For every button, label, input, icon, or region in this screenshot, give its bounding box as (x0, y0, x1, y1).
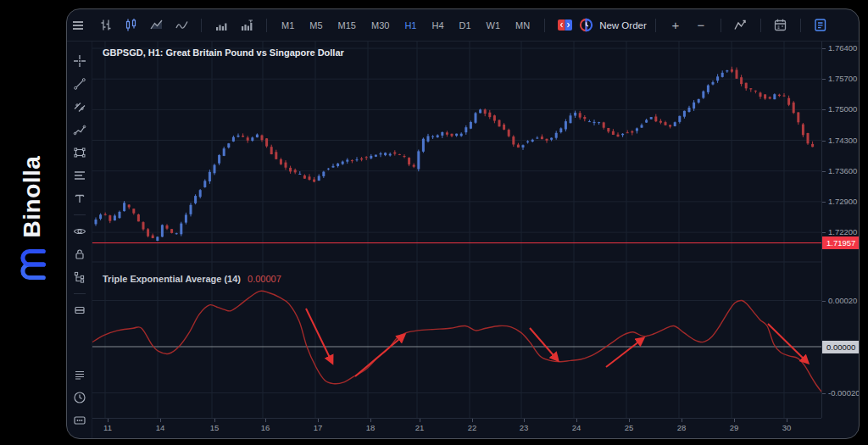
time-tick-mark (629, 419, 630, 422)
time-tick-mark (214, 419, 215, 422)
price-chart-svg[interactable] (92, 42, 821, 418)
trend-line-icon[interactable] (70, 75, 89, 93)
timeframe-group: M1 M5 M15 M30 H1 H4 D1 W1 MN (270, 17, 541, 34)
chart-type-group (89, 14, 198, 36)
time-tick-mark (370, 419, 371, 422)
buy-sell-icon[interactable] (554, 14, 576, 36)
price-tick-label: 1.73600 (822, 166, 860, 175)
price-tick-label: 1.74300 (822, 136, 860, 145)
time-tick-mark (420, 419, 420, 422)
time-tick-mark (576, 419, 577, 422)
remove-drawings-icon[interactable] (70, 301, 89, 320)
indicator-zero-tag: 0.00000 (822, 341, 860, 353)
objects-list-icon[interactable] (70, 365, 89, 384)
time-tick-label: 24 (563, 423, 590, 432)
indicators-icon[interactable] (730, 14, 752, 36)
parallel-channel-icon[interactable] (70, 97, 89, 116)
app-window: { "brand": {"name": "Binolla"}, "toolbar… (0, 0, 868, 445)
toolbar-separator (800, 19, 801, 32)
text-tool-icon[interactable] (70, 189, 89, 208)
timeframe-h1[interactable]: H1 (398, 17, 422, 34)
volume-group (205, 14, 263, 36)
timeframe-h4[interactable]: H4 (426, 17, 449, 34)
time-tick-mark (265, 419, 266, 422)
time-tick-mark (682, 419, 682, 422)
timeframe-d1[interactable]: D1 (453, 17, 477, 34)
price-tick-label: 1.75700 (822, 74, 860, 83)
time-tick-mark (160, 419, 161, 422)
shape-rectangle-icon[interactable] (70, 143, 89, 162)
chart-title: GBPSGD, H1: Great Britain Pound vs Singa… (103, 47, 344, 58)
zoom-out-icon[interactable]: − (690, 14, 712, 36)
time-tick-label: 17 (304, 423, 331, 432)
brand: Binolla (14, 134, 51, 303)
time-tick-mark (524, 419, 525, 422)
hotkeys-box-icon[interactable] (70, 411, 89, 430)
price-tick-label: 1.75000 (822, 104, 860, 114)
toolbar-separator (721, 19, 721, 32)
time-tick-label: 15 (201, 423, 228, 432)
time-tick-mark (734, 419, 735, 422)
time-axis[interactable]: 1114151617182122232425282930 (92, 418, 821, 438)
time-tick-label: 22 (459, 423, 486, 432)
polyline-icon[interactable] (70, 120, 89, 139)
volume-icon[interactable] (210, 14, 232, 36)
time-tick-label: 14 (147, 423, 174, 432)
time-tick-mark (318, 419, 319, 422)
toolbar-separator (266, 19, 267, 32)
timeframe-m5[interactable]: M5 (303, 17, 328, 34)
time-tick-mark (108, 419, 108, 422)
price-tick-label: 1.72900 (822, 197, 860, 206)
fib-lines-icon[interactable] (70, 166, 89, 185)
toolbar: M1 M5 M15 M30 H1 H4 D1 W1 MN (67, 9, 859, 42)
new-order-label: New Order (599, 20, 647, 31)
drawing-sidebar (67, 42, 92, 438)
menu-icon[interactable] (67, 14, 89, 36)
indicator-title: Triple Exponential Average (14)0.00007 (103, 274, 281, 284)
time-tick-label: 29 (721, 423, 748, 432)
line-chart-icon[interactable] (170, 14, 192, 36)
crosshair-icon[interactable] (70, 52, 89, 70)
pending-order-clock-icon (579, 18, 593, 32)
time-tick-label: 23 (510, 423, 537, 432)
indicator-value: 0.00007 (248, 274, 281, 284)
timeframe-m30[interactable]: M30 (365, 17, 395, 34)
time-tick-mark (472, 419, 473, 422)
indicator-tick-label: 0.00020 (822, 296, 860, 305)
time-tick-label: 16 (252, 423, 279, 432)
calendar-icon[interactable] (770, 14, 792, 36)
volume-profile-icon[interactable] (236, 14, 258, 36)
bars-chart-icon[interactable] (94, 14, 116, 36)
price-axis[interactable]: 1.71957 0.00000 1.764001.757001.750001.7… (821, 42, 860, 418)
timeframe-w1[interactable]: W1 (481, 17, 507, 34)
indicator-name: Triple Exponential Average (14) (103, 274, 241, 284)
timeframe-m1[interactable]: M1 (275, 17, 300, 34)
timeframe-m15[interactable]: M15 (332, 17, 362, 34)
timeframe-mn[interactable]: MN (509, 17, 536, 34)
time-tick-mark (787, 419, 787, 422)
toolbar-separator (201, 19, 202, 32)
time-tick-label: 21 (406, 423, 433, 432)
time-tick-label: 28 (668, 423, 695, 432)
brand-name: Binolla (19, 156, 46, 238)
time-tick-label: 11 (94, 423, 121, 432)
eye-visibility-icon[interactable] (70, 222, 89, 241)
time-tick-label: 18 (357, 423, 384, 432)
toolbar-separator (544, 19, 545, 32)
zoom-in-icon[interactable]: + (665, 14, 687, 36)
area-chart-icon[interactable] (145, 14, 167, 36)
time-tick-label: 30 (773, 423, 800, 432)
current-price-tag: 1.71957 (822, 236, 860, 249)
sidebar-divider (74, 214, 86, 215)
lock-icon[interactable] (70, 245, 89, 264)
history-clock-icon[interactable] (70, 388, 89, 407)
trading-panel: M1 M5 M15 M30 H1 H4 D1 W1 MN (66, 8, 860, 439)
notes-icon[interactable] (810, 14, 832, 36)
price-tick-label: 1.76400 (822, 43, 860, 53)
candlestick-chart-icon[interactable] (120, 14, 142, 36)
toolbar-separator (760, 19, 761, 32)
indicator-tick-label: -0.00020 (822, 388, 860, 398)
new-order-button[interactable]: New Order (579, 18, 647, 32)
object-tree-icon[interactable] (70, 268, 89, 286)
price-tick-label: 1.72200 (822, 227, 860, 236)
